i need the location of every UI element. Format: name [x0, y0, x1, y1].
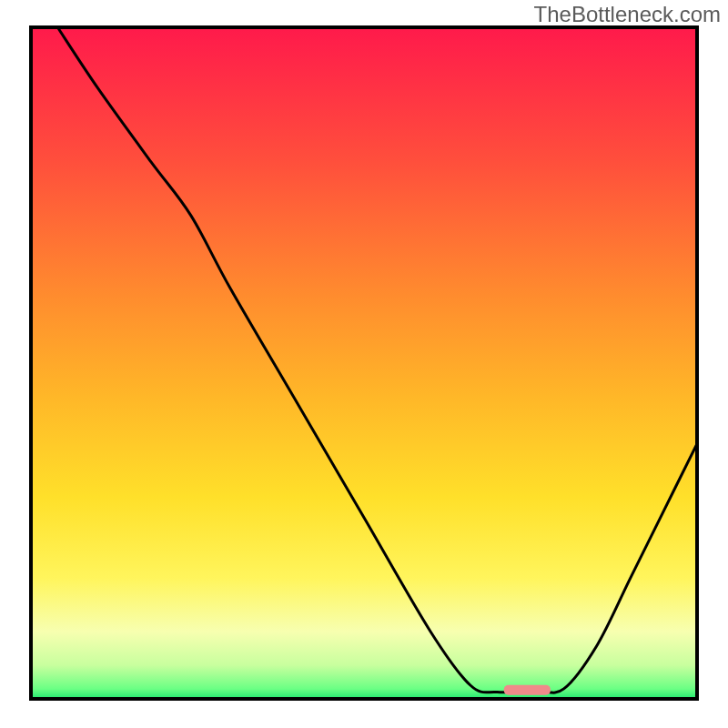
- chart-container: TheBottleneck.com: [0, 0, 728, 728]
- optimal-range-marker: [504, 685, 551, 695]
- watermark-text: TheBottleneck.com: [534, 2, 721, 27]
- gradient-background: [31, 27, 697, 699]
- bottleneck-chart: [0, 0, 728, 728]
